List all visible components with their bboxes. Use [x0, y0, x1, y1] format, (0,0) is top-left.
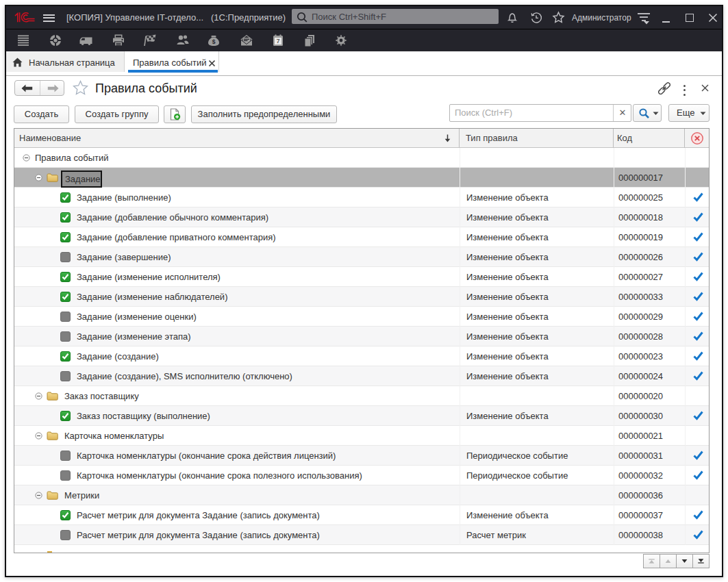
svg-text:$: $ [212, 38, 216, 45]
svg-text:7: 7 [277, 38, 280, 45]
